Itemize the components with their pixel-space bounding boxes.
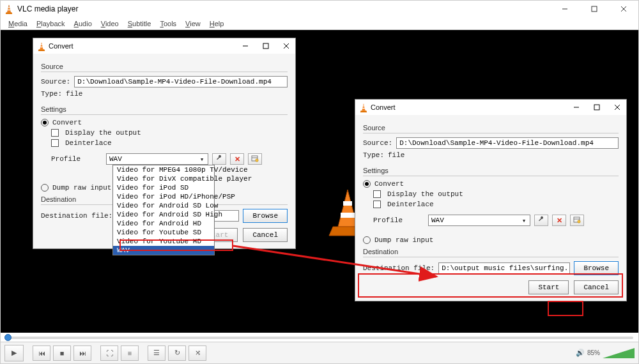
display-output-label: Display the output [65,129,141,137]
profile-delete-button[interactable]: ✕ [552,215,566,226]
main-window: VLC media player Media Playback Audio Vi… [0,0,639,364]
dialog2-close-button[interactable] [608,101,626,114]
menu-audio[interactable]: Audio [74,20,92,27]
dialog1-title: Convert [49,42,73,50]
dump-raw-radio[interactable] [363,236,371,244]
profile-select[interactable]: WAV ▾ [428,215,530,226]
stop-button[interactable]: ■ [53,345,71,361]
window-minimize-button[interactable] [550,1,580,17]
deinterlace-checkbox[interactable] [373,201,381,208]
source-label: Source: [41,78,70,86]
svg-marker-0 [7,5,10,12]
source-input[interactable] [74,76,288,87]
profile-delete-button[interactable]: ✕ [230,153,244,165]
convert-radio[interactable] [41,119,49,126]
svg-rect-12 [40,47,43,47]
profile-option[interactable]: Video for Android SD High [113,210,214,219]
profile-option[interactable]: Video for MPEG4 1080p TV/device [113,165,214,174]
profile-option[interactable]: Video for Youtube SD [113,228,214,237]
vlc-icon [359,103,368,112]
playlist-button[interactable]: ☰ [148,345,166,361]
next-button[interactable]: ⏭ [73,345,91,361]
shuffle-button[interactable]: ⤨ [189,345,206,361]
convert-dialog-1: Convert Source Source: Type: file Settin… [33,38,296,249]
cancel-button[interactable]: Cancel [243,228,288,242]
svg-rect-22 [362,108,366,109]
fullscreen-button[interactable]: ⛶ [100,345,118,361]
deinterlace-checkbox[interactable] [51,139,59,147]
profile-option[interactable]: Video for iPod SD [113,183,214,192]
svg-rect-8 [343,201,352,206]
group-settings: Settings [363,167,619,176]
shuffle-icon: ⤨ [195,349,201,357]
menu-subtitle[interactable]: Subtitle [128,20,151,27]
svg-rect-14 [263,43,268,49]
cancel-button[interactable]: Cancel [574,280,619,294]
convert-radio-label: Convert [52,119,82,126]
play-button[interactable]: ▶ [4,345,24,361]
dialog2-minimize-button[interactable] [567,101,585,114]
x-icon: ✕ [557,216,562,225]
playlist-icon: ☰ [153,349,160,357]
svg-rect-1 [8,7,10,8]
browse-button[interactable]: Browse [574,261,619,275]
profile-select-value: WAV [109,155,122,163]
menu-playback[interactable]: Playback [36,20,65,27]
display-output-checkbox[interactable] [373,190,381,198]
window-maximize-button[interactable] [580,1,609,17]
volume-slider[interactable] [603,347,635,360]
dest-input[interactable] [438,262,570,274]
dialog2-maximize-button[interactable] [588,101,606,114]
profile-option[interactable]: Video for Android SD Low [113,201,214,210]
equalizer-icon: ≡ [128,349,132,357]
source-input[interactable] [396,137,619,149]
profile-option[interactable]: Video for DivX compatible player [113,174,214,183]
menu-media[interactable]: Media [8,20,27,27]
window-close-button[interactable] [609,1,638,17]
group-source: Source [41,63,288,72]
type-label: Type: [41,90,62,98]
type-value: file [388,151,404,159]
profile-label: Profile [51,155,102,163]
dest-label: Destination file: [363,264,435,272]
loop-button[interactable]: ↻ [168,345,186,361]
profile-option-selected[interactable]: WAV [113,246,214,255]
extended-settings-button[interactable]: ≡ [121,345,139,361]
profile-new-button[interactable] [570,215,584,226]
seek-bar[interactable] [1,333,638,342]
profile-option[interactable]: Video for iPod HD/iPhone/PSP [113,192,214,201]
controlbar: ▶ ⏮ ■ ⏭ ⛶ ≡ ☰ ↻ ⤨ 🔊 85% [1,342,638,363]
wrench-icon [537,216,545,225]
browse-button[interactable]: Browse [243,209,288,223]
profile-new-button[interactable] [248,153,262,165]
volume-control[interactable]: 🔊 85% [576,347,635,360]
dialog1-maximize-button[interactable] [257,40,275,52]
svg-marker-10 [40,42,43,49]
dump-raw-radio[interactable] [41,184,49,192]
previous-button[interactable]: ⏮ [33,345,50,361]
dialog2-titlebar[interactable]: Convert [355,100,626,115]
display-output-label: Display the output [387,190,463,198]
svg-rect-24 [594,105,599,110]
vlc-icon [37,42,46,50]
profile-option[interactable]: Video for Android HD [113,219,214,228]
convert-radio[interactable] [363,180,371,188]
dialog1-titlebar[interactable]: Convert [33,38,295,54]
group-settings: Settings [41,105,288,115]
menu-help[interactable]: Help [210,20,224,27]
display-output-checkbox[interactable] [51,129,59,137]
start-button[interactable]: Start [528,280,569,294]
profile-settings-button[interactable] [212,153,226,165]
profile-option[interactable]: Video for Youtube HD [113,237,214,246]
dialog1-minimize-button[interactable] [236,40,254,52]
menu-video[interactable]: Video [101,20,119,27]
menu-view[interactable]: View [185,20,201,27]
fullscreen-icon: ⛶ [106,349,113,357]
menu-tools[interactable]: Tools [160,20,176,27]
profile-select[interactable]: WAV ▾ [106,153,208,165]
dialog1-close-button[interactable] [277,40,295,52]
play-icon: ▶ [12,349,17,357]
profile-dropdown-list[interactable]: Video for MPEG4 1080p TV/device Video fo… [112,165,215,255]
profile-settings-button[interactable] [534,215,548,226]
seek-knob[interactable] [4,334,12,341]
